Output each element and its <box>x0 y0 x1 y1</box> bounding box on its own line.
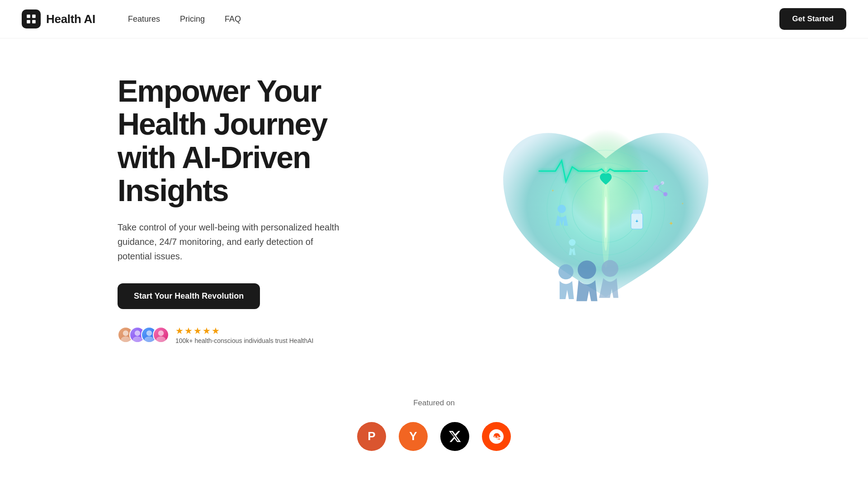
svg-rect-2 <box>27 20 30 23</box>
featured-label: Featured on <box>0 399 868 408</box>
logo-box <box>22 9 41 28</box>
logo-icon <box>25 13 37 25</box>
brand-name: Health AI <box>46 12 95 26</box>
svg-rect-1 <box>32 14 36 18</box>
nav-link-pricing[interactable]: Pricing <box>180 14 205 24</box>
x-twitter-icon[interactable] <box>440 422 469 451</box>
hero-content: Empower Your Health Journey with AI-Driv… <box>118 75 380 344</box>
social-proof: ★★★★★ 100k+ health-conscious individuals… <box>118 325 380 344</box>
svg-point-31 <box>602 260 618 277</box>
reddit-icon[interactable] <box>482 422 511 451</box>
avatar-group <box>118 327 169 343</box>
svg-point-11 <box>156 336 165 342</box>
svg-rect-0 <box>27 14 30 18</box>
featured-section: Featured on P Y <box>0 371 868 487</box>
hero-cta-button[interactable]: Start Your Health Revolution <box>118 283 260 309</box>
get-started-button[interactable]: Get Started <box>779 8 846 30</box>
avatar <box>153 327 169 343</box>
nav-links: Features Pricing FAQ <box>128 14 241 24</box>
proof-text: ★★★★★ 100k+ health-conscious individuals… <box>175 325 313 344</box>
nav-link-features[interactable]: Features <box>128 14 160 24</box>
svg-point-30 <box>558 264 573 279</box>
trust-label: 100k+ health-conscious individuals trust… <box>175 337 313 344</box>
hero-subtitle: Take control of your well-being with per… <box>118 220 344 263</box>
svg-point-10 <box>158 330 164 336</box>
svg-text:✦: ✦ <box>681 202 684 206</box>
svg-text:✦: ✦ <box>551 189 555 193</box>
svg-point-29 <box>578 261 596 279</box>
svg-point-7 <box>132 336 142 342</box>
product-hunt-icon[interactable]: P <box>357 422 386 451</box>
svg-point-9 <box>144 336 154 342</box>
svg-rect-3 <box>32 20 36 23</box>
hero-section: Empower Your Health Journey with AI-Driv… <box>0 38 868 371</box>
hero-illustration: + ✦ ✦ ✦ <box>488 92 723 318</box>
svg-rect-22 <box>632 210 641 214</box>
yc-icon[interactable]: Y <box>399 422 428 451</box>
svg-point-18 <box>604 197 607 239</box>
svg-point-8 <box>146 330 152 336</box>
x-logo <box>448 430 462 443</box>
yc-letter: Y <box>409 429 417 443</box>
nav-brand-group: Health AI Features Pricing FAQ <box>22 9 241 28</box>
svg-point-5 <box>121 336 130 342</box>
nav-actions: Get Started <box>779 8 846 30</box>
svg-text:+: + <box>635 218 638 224</box>
navbar: Health AI Features Pricing FAQ Get Start… <box>0 0 868 38</box>
svg-point-6 <box>135 330 140 336</box>
reddit-logo <box>489 429 504 444</box>
star-rating: ★★★★★ <box>175 325 313 336</box>
nav-link-faq[interactable]: FAQ <box>225 14 241 24</box>
hero-image: + ✦ ✦ ✦ <box>488 92 741 327</box>
svg-point-19 <box>557 205 566 213</box>
svg-point-4 <box>123 330 128 336</box>
featured-icons: P Y <box>0 422 868 451</box>
hero-title: Empower Your Health Journey with AI-Driv… <box>118 75 380 207</box>
svg-point-25 <box>663 192 667 197</box>
svg-point-20 <box>569 239 576 246</box>
svg-text:✦: ✦ <box>669 221 674 227</box>
